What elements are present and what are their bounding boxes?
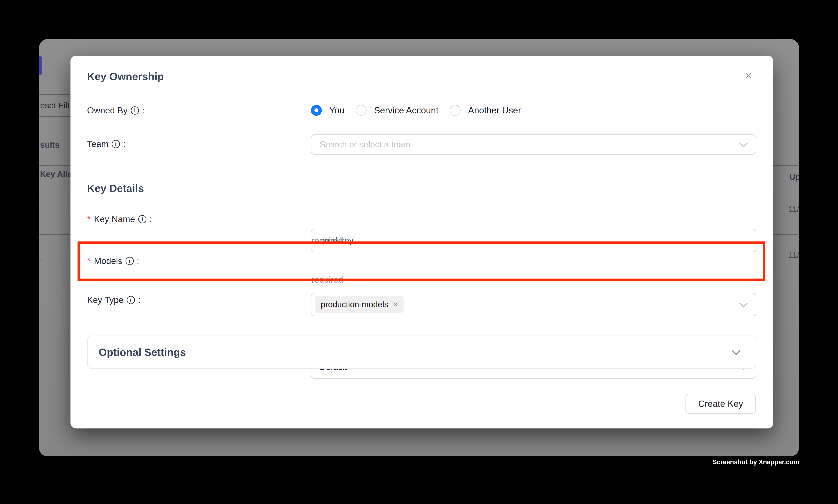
owned-by-label: Owned By i : [87, 105, 144, 115]
radio-selected-icon[interactable] [311, 105, 322, 116]
info-icon[interactable]: i [131, 106, 139, 114]
info-icon[interactable]: i [127, 296, 135, 304]
key-name-required-message: required [311, 236, 343, 246]
section-title-key-ownership: Key Ownership [87, 70, 164, 83]
chevron-down-icon [739, 139, 748, 147]
required-asterisk: * [87, 214, 91, 224]
key-name-input[interactable]: prod-key [311, 229, 756, 252]
radio-unselected-icon[interactable] [356, 105, 367, 116]
chevron-down-icon [732, 347, 740, 355]
team-label: Team i : [87, 139, 126, 149]
watermark-text: Screenshot by Xnapper.com [712, 458, 799, 466]
info-icon[interactable]: i [112, 140, 120, 148]
radio-option-another-user[interactable]: Another User [450, 105, 521, 116]
team-select[interactable]: Search or select a team [311, 134, 756, 155]
models-required-message: required [311, 275, 343, 285]
chevron-down-icon [739, 299, 748, 307]
remove-tag-icon[interactable]: ✕ [393, 301, 398, 309]
section-title-key-details: Key Details [87, 182, 144, 194]
key-name-label: * Key Name i : [87, 214, 152, 224]
create-new-key-button-fragment[interactable] [39, 56, 42, 75]
models-label: * Models i : [87, 256, 139, 266]
table-row1-updated-cell: 11/ [788, 204, 799, 214]
table-row2-updated-cell: 11/ [788, 250, 799, 259]
optional-settings-title: Optional Settings [99, 346, 186, 358]
selected-model-tag-label: production-models [321, 300, 388, 309]
optional-settings-toggle[interactable]: Optional Settings [87, 336, 756, 369]
radio-unselected-icon[interactable] [450, 105, 461, 116]
reset-filters-label: eset Filt [39, 101, 70, 110]
team-select-placeholder: Search or select a team [311, 140, 410, 149]
results-count-text: sults [40, 140, 59, 150]
radio-option-service-account[interactable]: Service Account [356, 105, 439, 116]
selected-model-tag: production-models ✕ [315, 296, 404, 313]
screenshot-root: eset Filt sults Key Alia Up - 11/ - 11/ … [0, 0, 838, 504]
column-header-updated: Up [789, 173, 799, 182]
radio-option-you[interactable]: You [311, 105, 344, 116]
column-header-key-alias: Key Alia [40, 169, 72, 179]
info-icon[interactable]: i [138, 215, 146, 223]
table-row1-key-alias-cell: - [40, 206, 42, 215]
create-key-modal: ✕ Key Ownership Owned By i : You Service… [70, 56, 773, 429]
table-row2-key-alias-cell: - [40, 256, 42, 265]
reset-filters-button[interactable]: eset Filt [39, 94, 71, 117]
key-type-label: Key Type i : [87, 295, 140, 305]
models-select[interactable]: production-models ✕ [311, 293, 756, 316]
required-asterisk: * [87, 256, 91, 266]
info-icon[interactable]: i [126, 257, 134, 265]
create-key-button[interactable]: Create Key [685, 394, 756, 414]
owned-by-radio-group: You Service Account Another User [311, 105, 521, 116]
